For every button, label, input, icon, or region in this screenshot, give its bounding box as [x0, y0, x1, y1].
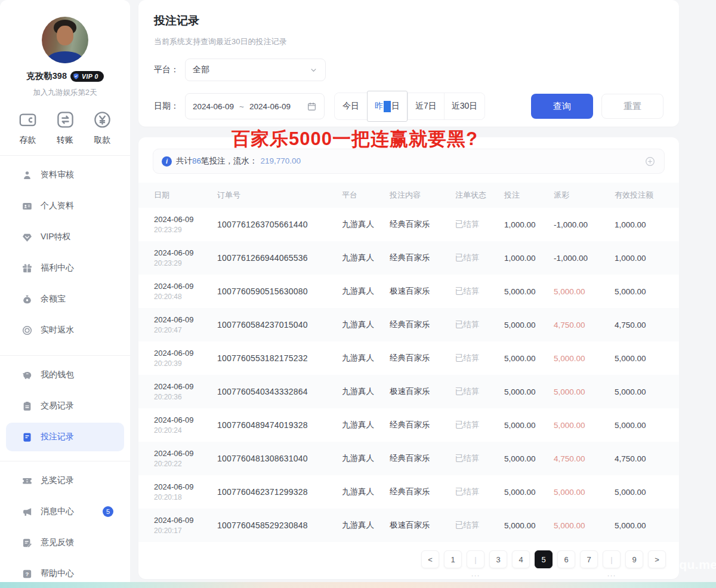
cell-date: 2024-06-0920:20:17 — [154, 516, 217, 535]
page-button[interactable]: 5 — [535, 550, 553, 568]
sidebar-item[interactable]: 余额宝 — [0, 284, 130, 315]
sidebar-item[interactable]: 兑奖记录 — [0, 465, 130, 496]
cell-bet-content: 经典百家乐 — [390, 420, 455, 430]
sidebar-item[interactable]: 实时返水 — [0, 315, 130, 346]
bet-date: 2024-06-09 — [154, 282, 217, 291]
date-label: 日期： — [154, 101, 185, 112]
date-range-input[interactable]: 2024-06-09 ~ 2024-06-09 — [185, 93, 325, 119]
cell-order-number: 1007760590515630080 — [217, 287, 342, 296]
jump-pages-button[interactable]: | — [467, 550, 484, 568]
page-button[interactable]: 3 — [489, 550, 507, 568]
date-start: 2024-06-09 — [193, 102, 234, 111]
cell-status: 已结算 — [455, 219, 504, 230]
cell-valid-amount: 5,000.00 — [615, 287, 663, 296]
quick-actions: 存款转账取款 — [0, 110, 130, 146]
column-header: 订单号 — [217, 190, 342, 201]
cell-status: 已结算 — [455, 319, 504, 330]
cell-bet-amount: 1,000.00 — [504, 254, 554, 263]
quick-range-button[interactable]: 近30日 — [444, 93, 485, 119]
sidebar-item[interactable]: 个人资料 — [0, 190, 130, 221]
cell-date: 2024-06-0920:20:48 — [154, 282, 217, 301]
table-row: 2024-06-0920:20:471007760584237015040九游真… — [138, 308, 679, 341]
jump-pages-button[interactable]: | — [603, 550, 621, 568]
clipboard-icon — [21, 401, 33, 412]
reset-button[interactable]: 重置 — [601, 94, 663, 119]
bet-time: 20:23:29 — [154, 259, 217, 267]
calendar-icon — [307, 101, 317, 112]
page-button[interactable]: 6 — [557, 550, 575, 568]
next-page-button[interactable]: > — [648, 550, 666, 568]
vip-label: VIP 0 — [82, 73, 98, 80]
cell-bet-content: 经典百家乐 — [390, 219, 455, 230]
date-filter-row: 日期： 2024-06-09 ~ 2024-06-09 今日昨日近7日近30日 … — [154, 93, 663, 120]
quick-action[interactable]: 存款 — [18, 110, 38, 146]
quick-action[interactable]: 转账 — [55, 110, 75, 146]
pagination: <1|34567|9> — [421, 550, 666, 568]
summary-text: 共计86笔投注，流水：219,770.00 — [176, 156, 301, 167]
table-row: 2024-06-0920:20:391007760553182175232九游真… — [138, 341, 679, 375]
page-button[interactable]: 7 — [580, 550, 598, 568]
cell-bet-content: 经典百家乐 — [390, 319, 455, 330]
column-header: 有效投注额 — [615, 190, 663, 201]
cell-bet-content: 极速百家乐 — [390, 386, 455, 397]
cell-valid-amount: 5,000.00 — [615, 488, 663, 497]
quick-range-button[interactable]: 昨日 — [367, 91, 408, 122]
cell-payout: 5,000.00 — [554, 354, 615, 363]
page-button[interactable]: 1 — [444, 550, 462, 568]
page-button[interactable]: 9 — [625, 550, 643, 568]
withdraw-icon — [92, 110, 112, 130]
bet-doc-icon — [21, 432, 33, 443]
sidebar-item[interactable]: 我的钱包 — [0, 359, 130, 390]
shield-icon — [72, 72, 80, 80]
cell-status: 已结算 — [455, 386, 504, 397]
annotation-overlay-text: 百家乐5000一把连赢就要黑? — [232, 127, 478, 152]
text-selection-block — [384, 101, 391, 112]
range-label-part: 昨 — [375, 101, 383, 112]
cell-bet-amount: 5,000.00 — [504, 321, 554, 330]
sidebar-item-label: 交易记录 — [41, 401, 74, 411]
sidebar-item[interactable]: 消息中心5 — [0, 496, 130, 527]
avatar-face — [57, 26, 73, 45]
cell-valid-amount: 4,750.00 — [615, 454, 663, 463]
platform-label: 平台： — [154, 64, 185, 75]
sidebar-item[interactable]: 福利中心 — [0, 253, 130, 284]
sidebar-divider — [0, 155, 130, 156]
cell-bet-amount: 5,000.00 — [504, 421, 554, 430]
prev-page-button[interactable]: < — [421, 550, 439, 568]
sidebar-divider — [0, 355, 130, 356]
quick-range-button[interactable]: 近7日 — [408, 93, 444, 119]
sidebar-item[interactable]: 投注记录 — [6, 423, 124, 451]
sidebar-item-label: 意见反馈 — [41, 537, 74, 548]
sidebar-item[interactable]: VIP特权 — [0, 221, 130, 253]
bet-time: 20:20:18 — [154, 493, 217, 501]
sidebar-item-label: 余额宝 — [41, 294, 66, 304]
column-header: 日期 — [154, 190, 217, 201]
sidebar-item[interactable]: 意见反馈 — [0, 527, 130, 558]
cell-date: 2024-06-0920:20:39 — [154, 349, 217, 368]
page-button[interactable]: 4 — [512, 550, 530, 568]
platform-select[interactable]: 全部 — [185, 59, 326, 81]
cell-platform: 九游真人 — [342, 420, 390, 430]
query-button[interactable]: 查询 — [531, 94, 593, 119]
bet-time: 20:20:39 — [154, 359, 217, 368]
circle-plus-icon[interactable] — [644, 156, 656, 167]
cell-platform: 九游真人 — [342, 353, 390, 364]
cell-status: 已结算 — [455, 353, 504, 364]
quick-action[interactable]: 取款 — [92, 110, 112, 146]
table-row: 2024-06-0920:20:171007760458529230848九游真… — [138, 509, 679, 542]
avatar — [42, 17, 88, 63]
sidebar-item-label: 我的钱包 — [41, 370, 74, 380]
quick-range-button[interactable]: 今日 — [335, 93, 367, 119]
quick-range-group: 今日昨日近7日近30日 — [334, 93, 485, 120]
sidebar-item[interactable]: 交易记录 — [0, 390, 130, 421]
cell-status: 已结算 — [455, 286, 504, 297]
sidebar-divider — [0, 461, 130, 461]
platform-select-value: 全部 — [193, 64, 209, 75]
megaphone-icon — [21, 506, 33, 518]
table-row: 2024-06-0920:23:291007761263705661440九游真… — [138, 208, 679, 241]
cell-order-number: 1007760489474019328 — [217, 420, 342, 430]
column-header: 注单状态 — [455, 190, 504, 201]
cell-platform: 九游真人 — [342, 386, 390, 397]
sidebar-item[interactable]: 资料审核 — [0, 159, 130, 190]
username: 克孜勒398 — [26, 70, 67, 82]
